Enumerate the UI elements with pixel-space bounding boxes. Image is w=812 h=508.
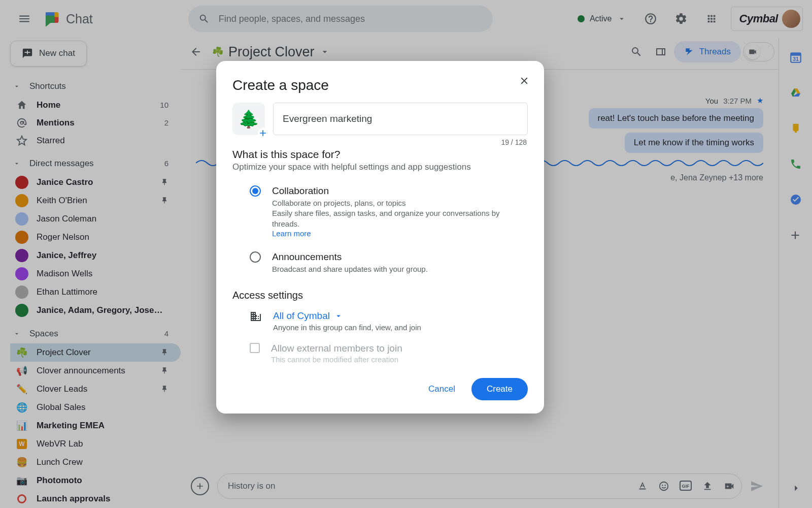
radio-announcements[interactable] [250,251,261,263]
purpose-heading: What is this space for? [232,148,528,161]
external-subtext: This cannot be modified after creation [271,355,402,364]
create-button[interactable]: Create [471,378,528,400]
domain-icon [250,310,262,323]
external-label: Allow external members to join [271,343,402,354]
char-counter: 19 / 128 [232,138,527,146]
option-announcements[interactable]: Announcements Broadcast and share update… [232,251,528,274]
create-space-dialog: Create a space 🌲 19 / 128 What is this s… [216,61,544,414]
learn-more-link[interactable]: Learn more [272,229,311,238]
space-name-input[interactable] [273,103,528,135]
add-emoji-icon [258,128,268,138]
access-scope-selector[interactable]: All of Cymbal [273,310,343,322]
option-collaboration[interactable]: Collaboration Collaborate on projects, p… [232,185,528,238]
access-heading: Access settings [232,290,528,301]
chevron-down-icon [334,311,343,321]
dialog-title: Create a space [232,77,528,93]
space-emoji-picker[interactable]: 🌲 [232,103,265,135]
close-button[interactable] [519,75,530,86]
external-checkbox[interactable] [250,343,260,353]
radio-collaboration[interactable] [250,185,261,197]
purpose-subtext: Optimize your space with helpful setting… [232,162,528,172]
cancel-button[interactable]: Cancel [425,380,458,398]
